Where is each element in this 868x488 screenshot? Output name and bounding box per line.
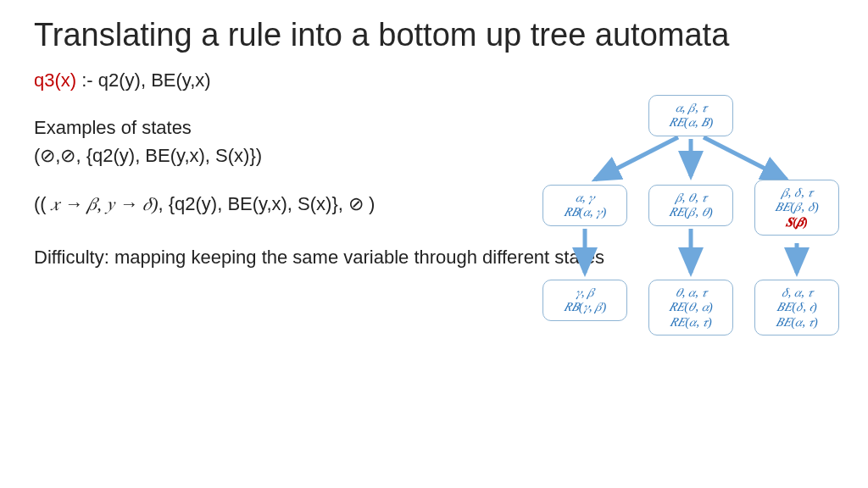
node-line: 𝛼, 𝛽, 𝜏 bbox=[653, 101, 729, 115]
state2-empty: ⊘ bbox=[348, 193, 364, 214]
node-line-emph: 𝑺(𝜷) bbox=[759, 215, 835, 230]
tree-root: 𝛼, 𝛽, 𝜏 𝑅𝐸(𝛼, 𝐵) bbox=[648, 95, 733, 136]
node-line: 𝜃, 𝛼, 𝜏 bbox=[653, 286, 729, 300]
node-line: 𝑅𝐸(𝛼, 𝐵) bbox=[653, 115, 729, 130]
node-line: 𝐵𝐸(𝛿, 𝜖) bbox=[759, 300, 835, 314]
slide: Translating a rule into a bottom up tree… bbox=[0, 0, 868, 488]
node-line: 𝛿, 𝛼, 𝜏 bbox=[759, 286, 835, 300]
tree-leaf-2: 𝛿, 𝛼, 𝜏 𝐵𝐸(𝛿, 𝜖) 𝐵𝐸(𝛼, 𝜏) bbox=[754, 280, 839, 336]
state-example-1: (⊘,⊘, {q2(y), BE(y,x), S(x)}) bbox=[34, 143, 834, 169]
node-line: 𝑅𝐸(𝜃, 𝛼) bbox=[653, 300, 729, 314]
state2-body: q2(y), BE(y,x), S(x)}, bbox=[175, 193, 348, 214]
rule-head: q3(x) bbox=[34, 69, 76, 91]
node-line: 𝑅𝐵(𝛼, 𝛾) bbox=[547, 205, 623, 219]
state2-sep: , { bbox=[158, 193, 175, 214]
tree-leaf-0: 𝛾, 𝛽 𝑅𝐵(𝛾, 𝛽) bbox=[542, 280, 627, 321]
tree-leaf-1: 𝜃, 𝛼, 𝜏 𝑅𝐸(𝜃, 𝛼) 𝑅𝐸(𝛼, 𝜏) bbox=[648, 280, 733, 336]
node-line: 𝛼, 𝛾 bbox=[547, 191, 623, 205]
difficulty-text: Difficulty: mapping keeping the same var… bbox=[34, 245, 834, 271]
node-line: 𝑅𝐸(𝛼, 𝜏) bbox=[653, 315, 729, 330]
tree-mid-0: 𝛼, 𝛾 𝑅𝐵(𝛼, 𝛾) bbox=[542, 185, 627, 226]
tree-mid-1: 𝛽, 𝜃, 𝜏 𝑅𝐸(𝛽, 𝜃) bbox=[648, 185, 733, 226]
state2-close: ) bbox=[364, 193, 375, 214]
node-line: 𝑅𝐵(𝛾, 𝛽) bbox=[547, 300, 623, 314]
node-line: 𝐵𝐸(𝛽, 𝛿) bbox=[759, 200, 835, 214]
state2-open: (( bbox=[34, 193, 47, 214]
node-line: 𝛾, 𝛽 bbox=[547, 286, 623, 300]
page-title: Translating a rule into a bottom up tree… bbox=[34, 17, 834, 54]
node-line: 𝛽, 𝛿, 𝜏 bbox=[759, 186, 835, 200]
state2-map: 𝑥 → 𝛽, 𝑦 → 𝛿) bbox=[47, 193, 159, 214]
rule-sep: :- bbox=[76, 69, 98, 91]
node-line: 𝐵𝐸(𝛼, 𝜏) bbox=[759, 315, 835, 330]
tree-mid-2: 𝛽, 𝛿, 𝜏 𝐵𝐸(𝛽, 𝛿) 𝑺(𝜷) bbox=[754, 180, 839, 236]
node-line: 𝑅𝐸(𝛽, 𝜃) bbox=[653, 205, 729, 219]
rule-body: q2(y), BE(y,x) bbox=[98, 69, 211, 91]
rule-line: q3(x) :- q2(y), BE(y,x) bbox=[34, 68, 834, 94]
node-line: 𝛽, 𝜃, 𝜏 bbox=[653, 191, 729, 205]
